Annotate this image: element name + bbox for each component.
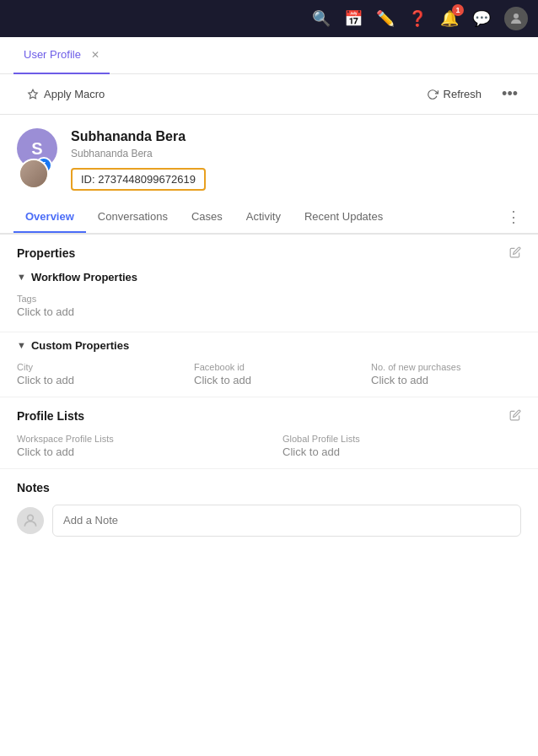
custom-fields-row: City Click to add Facebook id Click to a… [17,359,521,390]
avatar-stack: S f [17,128,61,189]
content-tabs: Overview Conversations Cases Activity Re… [0,201,538,235]
tags-label: Tags [17,294,521,304]
svg-point-0 [514,14,519,19]
tab-recent-updates[interactable]: Recent Updates [293,202,395,233]
profile-lists-title: Profile Lists [17,409,84,423]
city-value[interactable]: Click to add [17,374,167,386]
apply-macro-label: Apply Macro [44,88,105,100]
profile-info: Subhananda Bera Subhananda Bera ID: 2737… [71,128,521,191]
profile-sub-name: Subhananda Bera [71,148,521,159]
profile-avatar[interactable] [504,7,528,30]
tab-conversations[interactable]: Conversations [86,202,180,233]
purchases-label: No. of new purchases [371,362,521,372]
chat-icon[interactable]: 💬 [472,9,491,28]
custom-properties-section: ▼ Custom Properties City Click to add Fa… [0,336,538,397]
chevron-down-icon-2: ▼ [17,340,26,350]
facebook-id-value[interactable]: Click to add [194,374,344,386]
global-list-col: Global Profile Lists Click to add [282,434,521,458]
calendar-icon[interactable]: 📅 [344,9,363,28]
notes-section: Notes [0,468,538,547]
user-profile-tab[interactable]: User Profile ✕ [13,37,110,74]
workflow-properties-section: ▼ Workflow Properties Tags Click to add [0,267,538,328]
pen-icon[interactable]: ✏️ [376,9,395,28]
refresh-label: Refresh [444,88,482,100]
window-tab-bar: User Profile ✕ [0,37,538,74]
bell-icon[interactable]: 🔔 1 [440,9,459,28]
apply-macro-button[interactable]: Apply Macro [13,81,118,107]
help-icon[interactable]: ❓ [408,9,427,28]
profile-id[interactable]: ID: 2737448099672619 [71,168,206,191]
workspace-list-label: Workspace Profile Lists [17,434,256,444]
svg-point-1 [28,515,34,521]
profile-lists-edit-icon[interactable] [509,409,521,424]
tags-field-row: Tags Click to add [17,290,521,321]
profile-lists-grid: Workspace Profile Lists Click to add Glo… [17,434,521,458]
more-options-icon[interactable]: ••• [495,78,525,110]
tab-close-icon[interactable]: ✕ [91,49,100,61]
notes-title: Notes [17,481,521,494]
profile-lists-section: Profile Lists Workspace Profile Lists Cl… [0,397,538,468]
profile-photo [19,159,49,189]
action-toolbar: Apply Macro Refresh ••• [0,74,538,115]
profile-header: S f Subhananda Bera Subhananda Bera ID: … [0,115,538,201]
notes-input-row [17,505,521,537]
city-field: City Click to add [17,362,167,386]
top-navigation: 🔍 📅 ✏️ ❓ 🔔 1 💬 [0,0,538,37]
tags-field: Tags Click to add [17,294,521,318]
profile-lists-header: Profile Lists [17,409,521,424]
purchases-value[interactable]: Click to add [371,374,521,386]
profile-name: Subhananda Bera [71,128,521,146]
purchases-field: No. of new purchases Click to add [371,362,521,386]
chevron-down-icon: ▼ [17,272,26,282]
tags-value[interactable]: Click to add [17,305,521,318]
global-list-value[interactable]: Click to add [282,446,521,458]
tabs-more-icon[interactable]: ⋮ [503,201,525,233]
workspace-list-value[interactable]: Click to add [17,446,256,458]
properties-section-header: Properties [0,235,538,267]
facebook-id-field: Facebook id Click to add [194,362,344,386]
workspace-list-col: Workspace Profile Lists Click to add [17,434,256,458]
global-list-label: Global Profile Lists [282,434,521,444]
notes-input[interactable] [52,505,521,537]
workflow-properties-header[interactable]: ▼ Workflow Properties [17,271,521,284]
divider-1 [0,332,538,332]
notification-badge: 1 [452,4,464,16]
tab-overview[interactable]: Overview [13,202,86,233]
custom-properties-title: Custom Properties [31,339,129,352]
search-icon[interactable]: 🔍 [312,9,331,28]
macro-icon [27,89,39,100]
tab-activity[interactable]: Activity [234,202,293,233]
tab-label: User Profile [24,48,81,61]
main-content: Properties ▼ Workflow Properties Tags Cl… [0,235,538,547]
notes-avatar [17,507,44,534]
refresh-icon [427,89,438,100]
facebook-id-label: Facebook id [194,362,344,372]
tab-cases[interactable]: Cases [180,202,234,233]
custom-properties-header[interactable]: ▼ Custom Properties [17,339,521,352]
city-label: City [17,362,167,372]
properties-edit-icon[interactable] [509,246,521,261]
properties-title: Properties [17,246,75,260]
refresh-button[interactable]: Refresh [413,81,496,107]
workflow-properties-title: Workflow Properties [31,271,137,284]
